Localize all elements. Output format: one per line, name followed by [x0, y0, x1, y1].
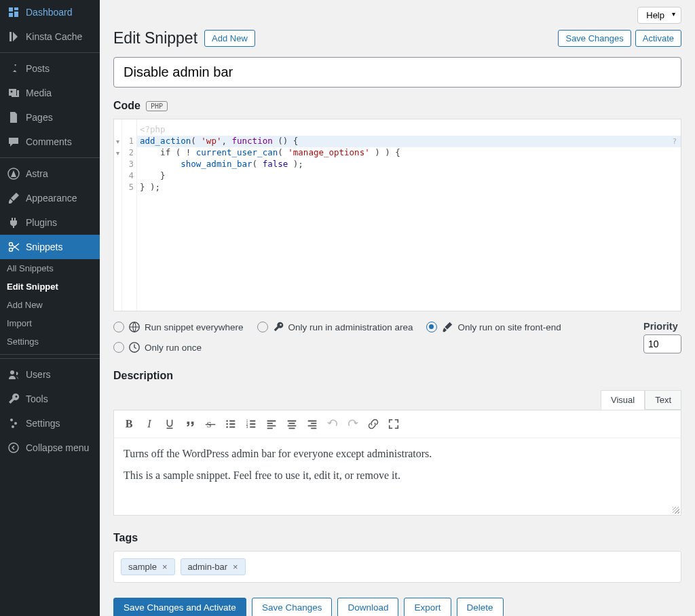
tab-visual[interactable]: Visual: [601, 390, 645, 410]
align-right-button[interactable]: [303, 415, 322, 434]
save-changes-button[interactable]: Save Changes: [252, 598, 333, 616]
users-icon: [7, 368, 20, 381]
menu-item-users[interactable]: Users: [0, 362, 100, 387]
code-fold-gutter: ▾▾: [114, 119, 122, 311]
activate-top-button[interactable]: Activate: [635, 30, 681, 47]
link-button[interactable]: [364, 415, 383, 434]
add-new-button[interactable]: Add New: [204, 30, 255, 47]
menu-item-snippets[interactable]: Snippets: [0, 235, 100, 259]
remove-tag-icon[interactable]: ×: [162, 562, 168, 572]
menu-label: Tools: [26, 393, 48, 404]
menu-label: Appearance: [26, 193, 77, 204]
menu-label: Settings: [26, 418, 60, 429]
menu-item-comments[interactable]: Comments: [0, 130, 100, 154]
menu-item-media[interactable]: Media: [0, 81, 100, 105]
admin-sidebar: DashboardKinsta CachePostsMediaPagesComm…: [0, 0, 100, 616]
menu-label: Pages: [26, 112, 53, 123]
delete-button[interactable]: Delete: [457, 598, 504, 616]
code-section-heading: Code: [113, 100, 140, 112]
menu-item-astra[interactable]: Astra: [0, 161, 100, 186]
submenu-item-edit-snippet[interactable]: Edit Snippet: [0, 277, 100, 296]
redo-button[interactable]: [343, 415, 362, 434]
remove-tag-icon[interactable]: ×: [233, 562, 238, 572]
pushpin-icon: [7, 62, 20, 75]
align-center-button[interactable]: [282, 415, 301, 434]
globe-icon: [128, 321, 140, 333]
bold-button[interactable]: B: [119, 415, 138, 434]
scope-option-run-snippet-everywhere[interactable]: Run snippet everywhere: [113, 321, 244, 333]
page-icon: [7, 111, 20, 124]
code-line-gutter: 12345: [122, 119, 137, 311]
scope-option-only-run-in-administration-area[interactable]: Only run in administration area: [257, 321, 413, 333]
blockquote-button[interactable]: [181, 415, 200, 434]
bullet-list-button[interactable]: [221, 415, 240, 434]
menu-item-plugins[interactable]: Plugins: [0, 210, 100, 235]
menu-item-pages[interactable]: Pages: [0, 105, 100, 130]
menu-label: Users: [26, 369, 51, 380]
tag-label: sample: [128, 562, 157, 572]
description-editor[interactable]: Turns off the WordPress admin bar for ev…: [113, 438, 681, 516]
code-body[interactable]: ? <?php add_action( 'wp', function () { …: [137, 119, 681, 311]
media-icon: [7, 86, 20, 100]
menu-label: Snippets: [26, 242, 62, 252]
save-changes-top-button[interactable]: Save Changes: [558, 30, 631, 47]
save-and-activate-button[interactable]: Save Changes and Activate: [113, 598, 246, 616]
tags-container[interactable]: sample×admin-bar×: [113, 551, 681, 583]
scope-label: Only run in administration area: [288, 322, 413, 332]
menu-item-settings[interactable]: Settings: [0, 411, 100, 436]
menu-label: Dashboard: [26, 7, 73, 18]
brush-icon: [7, 191, 20, 205]
menu-item-dashboard[interactable]: Dashboard: [0, 0, 100, 24]
align-left-button[interactable]: [262, 415, 281, 434]
kinsta-icon: [7, 30, 20, 43]
priority-label: Priority: [643, 321, 681, 332]
submenu-item-all-snippets[interactable]: All Snippets: [0, 259, 100, 277]
wrench-icon: [272, 321, 284, 333]
menu-item-collapse-menu[interactable]: Collapse menu: [0, 436, 100, 460]
scope-options: Run snippet everywhereOnly run in admini…: [113, 321, 631, 353]
menu-item-kinsta-cache[interactable]: Kinsta Cache: [0, 24, 100, 49]
menu-label: Comments: [26, 136, 72, 147]
underline-button[interactable]: [160, 415, 179, 434]
description-section-heading: Description: [113, 370, 173, 382]
submenu-item-import[interactable]: Import: [0, 314, 100, 332]
snippet-name-input[interactable]: [113, 57, 681, 88]
strikethrough-button[interactable]: [201, 415, 220, 434]
page-title: Edit Snippet: [113, 29, 198, 47]
fullscreen-button[interactable]: [384, 415, 403, 434]
main-content: Help Edit Snippet Add New Save Changes A…: [100, 0, 695, 616]
settings-icon: [7, 417, 20, 430]
numbered-list-button[interactable]: [242, 415, 261, 434]
menu-label: Plugins: [26, 217, 57, 228]
code-editor[interactable]: ▾▾ 12345 ? <?php add_action( 'wp', funct…: [113, 119, 681, 311]
menu-item-appearance[interactable]: Appearance: [0, 186, 100, 210]
menu-label: Posts: [26, 63, 50, 74]
wrench-icon: [7, 392, 20, 406]
dashboard-icon: [7, 5, 20, 19]
scope-option-only-run-once[interactable]: Only run once: [113, 341, 202, 353]
undo-button[interactable]: [323, 415, 342, 434]
submenu-item-add-new[interactable]: Add New: [0, 296, 100, 314]
download-button[interactable]: Download: [337, 598, 398, 616]
scope-label: Only run on site front-end: [457, 322, 561, 332]
submenu-item-settings[interactable]: Settings: [0, 332, 100, 351]
scope-option-only-run-on-site-front-end[interactable]: Only run on site front-end: [426, 321, 561, 333]
brush-icon: [441, 321, 453, 333]
scope-label: Run snippet everywhere: [145, 322, 244, 332]
tab-text[interactable]: Text: [645, 390, 681, 410]
menu-label: Kinsta Cache: [26, 31, 82, 42]
scope-label: Only run once: [145, 343, 202, 353]
editor-toolbar: B I: [113, 410, 681, 438]
menu-label: Collapse menu: [26, 442, 89, 453]
export-button[interactable]: Export: [404, 598, 451, 616]
italic-button[interactable]: I: [140, 415, 159, 434]
comment-icon: [7, 135, 20, 149]
plugin-icon: [7, 216, 20, 229]
help-button[interactable]: Help: [637, 7, 681, 24]
menu-item-posts[interactable]: Posts: [0, 56, 100, 81]
radio-icon: [113, 342, 124, 353]
priority-input[interactable]: [643, 334, 681, 353]
scissors-icon: [7, 240, 20, 254]
collapse-icon: [7, 441, 20, 455]
menu-item-tools[interactable]: Tools: [0, 387, 100, 411]
